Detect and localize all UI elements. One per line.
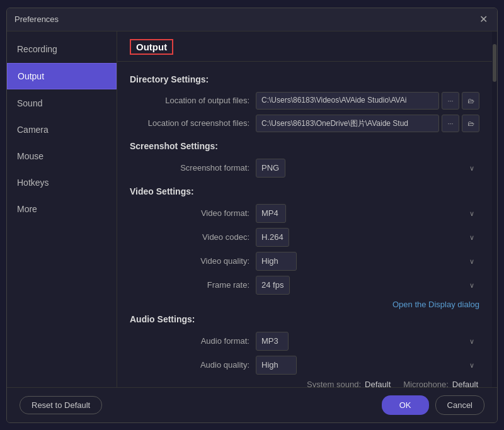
- microphone-info: Microphone: Default: [403, 380, 478, 387]
- video-quality-select[interactable]: High Medium Low: [256, 252, 297, 271]
- ellipsis-icon-2: ···: [447, 120, 453, 127]
- sound-info-row: System sound: Default Microphone: Defaul…: [130, 380, 479, 387]
- video-format-label: Video format:: [130, 208, 256, 218]
- folder-icon: 🗁: [467, 97, 474, 105]
- video-codec-wrapper: H.264 H.265 VP9: [256, 228, 479, 247]
- ellipsis-icon: ···: [447, 97, 453, 105]
- sidebar-item-recording[interactable]: Recording: [7, 37, 117, 62]
- audio-section-title: Audio Settings:: [130, 314, 479, 324]
- preferences-dialog: Preferences ✕ Recording Output Sound Cam…: [6, 8, 498, 423]
- video-codec-row: Video codec: H.264 H.265 VP9: [130, 228, 479, 247]
- audio-format-select[interactable]: MP3 AAC WAV FLAC: [256, 332, 289, 351]
- dialog-title: Preferences: [14, 14, 59, 24]
- microphone-label: Microphone:: [403, 380, 449, 387]
- video-section-title: Video Settings:: [130, 186, 479, 196]
- sidebar-item-mouse[interactable]: Mouse: [7, 144, 117, 169]
- content-area: Output Directory Settings: Location of o…: [117, 31, 492, 387]
- frame-rate-select[interactable]: 24 fps 30 fps 60 fps: [256, 276, 290, 295]
- folder-icon-2: 🗁: [467, 120, 474, 127]
- screenshot-section-title: Screenshot Settings:: [130, 141, 479, 151]
- screenshot-files-path[interactable]: C:\Users\86183\OneDrive\图片\AVaide Stud: [256, 115, 439, 132]
- open-display-dialog-link[interactable]: Open the Display dialog: [392, 300, 479, 309]
- frame-rate-label: Frame rate:: [130, 280, 256, 290]
- reset-to-default-button[interactable]: Reset to Default: [20, 396, 102, 414]
- audio-quality-label: Audio quality:: [130, 360, 256, 370]
- video-format-select[interactable]: MP4 MOV MKV AVI: [256, 204, 286, 223]
- sidebar-item-more[interactable]: More: [7, 196, 117, 222]
- content-header: Output: [117, 31, 492, 62]
- scrollbar-thumb[interactable]: [493, 44, 496, 82]
- sidebar-item-output[interactable]: Output: [7, 63, 117, 89]
- close-button[interactable]: ✕: [477, 13, 490, 26]
- system-sound-label: System sound:: [307, 380, 361, 387]
- output-files-input-group: C:\Users\86183\Videos\AVAide Studio\AVAi…: [256, 92, 479, 110]
- system-sound-value: Default: [365, 380, 391, 387]
- audio-format-row: Audio format: MP3 AAC WAV FLAC: [130, 332, 479, 351]
- screenshot-format-select[interactable]: PNG JPG BMP GIF: [256, 159, 285, 178]
- screenshot-format-label: Screenshot format:: [130, 163, 256, 173]
- video-quality-row: Video quality: High Medium Low: [130, 252, 479, 271]
- bottom-bar: Reset to Default OK Cancel: [7, 387, 497, 422]
- video-codec-label: Video codec:: [130, 232, 256, 242]
- audio-quality-select[interactable]: High Medium Low: [256, 356, 297, 375]
- output-files-path[interactable]: C:\Users\86183\Videos\AVAide Studio\AVAi: [256, 92, 439, 110]
- main-content: Recording Output Sound Camera Mouse Hotk…: [7, 31, 497, 387]
- screenshot-files-label: Location of screenshot files:: [130, 118, 256, 128]
- sidebar-item-sound[interactable]: Sound: [7, 91, 117, 116]
- cancel-button[interactable]: Cancel: [435, 395, 484, 415]
- output-files-label: Location of output files:: [130, 96, 256, 105]
- sidebar-item-hotkeys[interactable]: Hotkeys: [7, 170, 117, 195]
- display-dialog-link-row: Open the Display dialog: [130, 300, 479, 309]
- audio-quality-row: Audio quality: High Medium Low: [130, 356, 479, 375]
- action-buttons: OK Cancel: [382, 395, 484, 415]
- page-title: Output: [130, 39, 173, 55]
- frame-rate-row: Frame rate: 24 fps 30 fps 60 fps: [130, 276, 479, 295]
- video-quality-label: Video quality:: [130, 256, 256, 266]
- directory-section-title: Directory Settings:: [130, 74, 479, 84]
- screenshot-format-row: Screenshot format: PNG JPG BMP GIF: [130, 159, 479, 178]
- scrollbar[interactable]: [492, 31, 497, 387]
- audio-format-wrapper: MP3 AAC WAV FLAC: [256, 332, 479, 351]
- system-sound-info: System sound: Default: [307, 380, 391, 387]
- sidebar: Recording Output Sound Camera Mouse Hotk…: [7, 31, 117, 387]
- screenshot-files-input-group: C:\Users\86183\OneDrive\图片\AVaide Stud ·…: [256, 115, 479, 132]
- video-format-wrapper: MP4 MOV MKV AVI: [256, 204, 479, 223]
- screenshot-files-ellipsis-button[interactable]: ···: [442, 115, 459, 132]
- microphone-value: Default: [452, 380, 478, 387]
- ok-button[interactable]: OK: [382, 395, 429, 415]
- title-bar: Preferences ✕: [7, 8, 497, 31]
- output-files-folder-button[interactable]: 🗁: [462, 92, 479, 110]
- screenshot-format-wrapper: PNG JPG BMP GIF: [256, 159, 479, 178]
- audio-format-label: Audio format:: [130, 336, 256, 346]
- sidebar-item-camera[interactable]: Camera: [7, 117, 117, 142]
- content-body: Directory Settings: Location of output f…: [117, 62, 492, 387]
- video-quality-wrapper: High Medium Low: [256, 252, 479, 271]
- audio-quality-wrapper: High Medium Low: [256, 356, 479, 375]
- frame-rate-wrapper: 24 fps 30 fps 60 fps: [256, 276, 479, 295]
- screenshot-files-folder-button[interactable]: 🗁: [462, 115, 479, 132]
- video-format-row: Video format: MP4 MOV MKV AVI: [130, 204, 479, 223]
- video-codec-select[interactable]: H.264 H.265 VP9: [256, 228, 289, 247]
- screenshot-files-row: Location of screenshot files: C:\Users\8…: [130, 115, 479, 132]
- output-files-ellipsis-button[interactable]: ···: [442, 92, 459, 110]
- output-files-row: Location of output files: C:\Users\86183…: [130, 92, 479, 110]
